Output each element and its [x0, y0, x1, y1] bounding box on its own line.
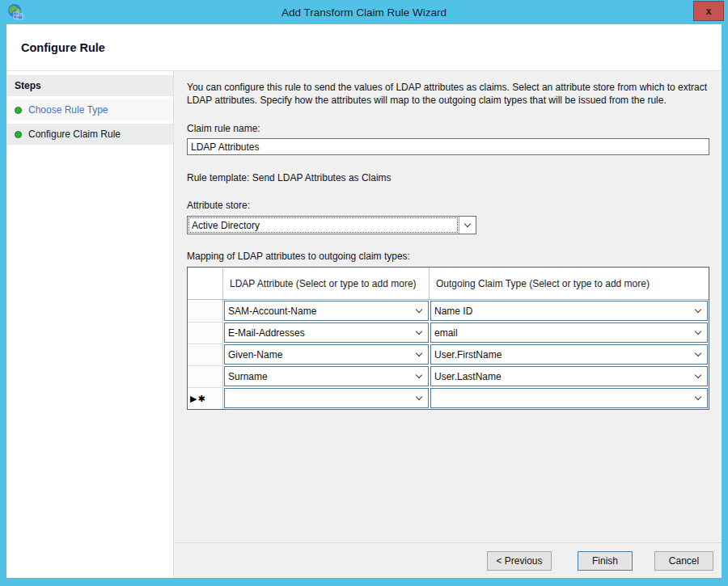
wizard-window: Add Transform Claim Rule Wizard x Config… [0, 0, 728, 586]
mapping-table-header: LDAP Attribute (Select or type to add mo… [188, 268, 709, 300]
footer-button-bar: < Previous Finish Cancel [174, 542, 722, 578]
sidebar-item-configure-claim-rule[interactable]: Configure Claim Rule [6, 124, 173, 145]
outgoing-claim-type-value: User.FirstName [434, 349, 502, 360]
ldap-attribute-value: SAM-Account-Name [228, 306, 316, 317]
cancel-button[interactable]: Cancel [654, 551, 713, 571]
row-selector-cell[interactable]: ▶✱ [188, 387, 223, 409]
claim-rule-name-input[interactable] [187, 138, 709, 155]
outgoing-claim-type-value: Name ID [434, 306, 472, 317]
outgoing-claim-type-column-header: Outgoing Claim Type (Select or type to a… [430, 268, 709, 299]
ldap-attribute-combobox[interactable]: E-Mail-Addresses [224, 323, 429, 343]
close-button[interactable]: x [693, 1, 724, 21]
step-complete-icon [15, 131, 22, 138]
chevron-down-icon [695, 306, 701, 312]
ldap-attribute-value: E-Mail-Addresses [228, 327, 305, 339]
page-header: Configure Rule [6, 24, 722, 71]
ldap-attribute-combobox[interactable] [224, 388, 429, 408]
chevron-down-icon [695, 393, 701, 399]
attribute-store-label: Attribute store: [187, 200, 710, 211]
row-selector-header-cell [188, 268, 223, 299]
window-title: Add Transform Claim Rule Wizard [0, 6, 728, 19]
row-selector-cell[interactable] [188, 344, 223, 365]
chevron-down-icon [695, 371, 701, 377]
chevron-down-icon [416, 349, 422, 356]
ldap-attribute-combobox[interactable]: SAM-Account-Name [224, 301, 429, 321]
step-complete-icon [15, 107, 22, 114]
step-label: Configure Claim Rule [28, 129, 121, 140]
content-pane: You can configure this rule to send the … [174, 71, 722, 578]
table-row: Given-Name User.FirstName [188, 344, 709, 365]
chevron-down-icon [416, 306, 422, 312]
chevron-down-icon [416, 327, 422, 334]
outgoing-claim-type-combobox[interactable]: email [430, 323, 708, 343]
rule-template-text: Rule template: Send LDAP Attributes as C… [187, 172, 710, 183]
titlebar: Add Transform Claim Rule Wizard x [0, 0, 728, 24]
table-row: ▶✱ [188, 387, 709, 409]
sidebar-item-choose-rule-type[interactable]: Choose Rule Type [6, 99, 173, 120]
outgoing-claim-type-combobox[interactable]: User.LastName [430, 366, 708, 386]
mapping-table-body: SAM-Account-Name Name ID E-Mail-Addresse… [188, 300, 709, 409]
chevron-down-icon [695, 349, 701, 356]
chevron-down-icon [695, 327, 701, 334]
row-selector-cell[interactable] [188, 365, 223, 387]
page-title: Configure Rule [21, 41, 105, 54]
attribute-store-combobox[interactable]: Active Directory [187, 216, 476, 234]
outgoing-claim-type-combobox[interactable] [430, 388, 708, 408]
ldap-attribute-combobox[interactable]: Given-Name [224, 344, 429, 365]
previous-button[interactable]: < Previous [487, 551, 552, 571]
chevron-down-icon [416, 393, 422, 399]
chevron-down-icon [416, 371, 422, 377]
table-row: Surname User.LastName [188, 365, 709, 387]
ldap-attribute-value: Given-Name [228, 349, 282, 360]
outgoing-claim-type-combobox[interactable]: Name ID [430, 301, 708, 321]
claim-rule-name-label: Claim rule name: [187, 123, 710, 134]
row-selector-cell[interactable] [188, 300, 223, 322]
mapping-label: Mapping of LDAP attributes to outgoing c… [187, 251, 710, 262]
ldap-attribute-combobox[interactable]: Surname [224, 366, 429, 386]
row-selector-cell[interactable] [188, 322, 223, 344]
chevron-down-icon [459, 217, 476, 234]
outgoing-claim-type-value: User.LastName [434, 371, 502, 382]
table-row: SAM-Account-Name Name ID [188, 300, 709, 322]
mapping-table: LDAP Attribute (Select or type to add mo… [187, 267, 709, 410]
ldap-attribute-column-header: LDAP Attribute (Select or type to add mo… [223, 268, 430, 299]
table-row: E-Mail-Addresses email [188, 322, 709, 344]
attribute-store-value: Active Directory [189, 218, 457, 232]
finish-button[interactable]: Finish [578, 551, 633, 571]
dialog-body: Configure Rule Steps Choose Rule Type Co… [6, 24, 722, 578]
rule-description: You can configure this rule to send the … [187, 81, 710, 107]
steps-header: Steps [6, 75, 173, 96]
outgoing-claim-type-value: email [434, 327, 458, 339]
ldap-attribute-value: Surname [228, 371, 268, 382]
outgoing-claim-type-combobox[interactable]: User.FirstName [430, 344, 708, 365]
steps-sidebar: Steps Choose Rule Type Configure Claim R… [6, 71, 174, 578]
step-label: Choose Rule Type [28, 104, 108, 116]
